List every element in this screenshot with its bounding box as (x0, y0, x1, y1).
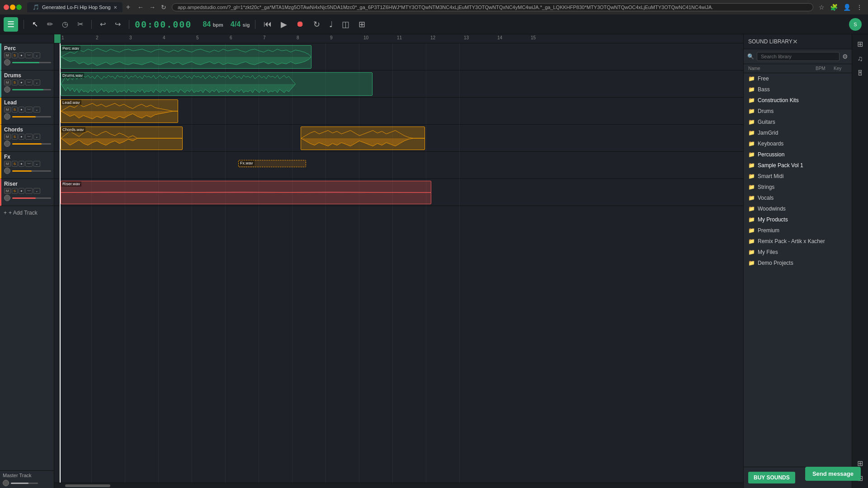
automation-btn-chords[interactable]: 〰 (25, 134, 33, 140)
library-item-10[interactable]: 📁 Strings (744, 182, 852, 192)
select-tool-button[interactable]: ↖ (29, 18, 41, 30)
library-item-6[interactable]: 📁 Keyboards (744, 138, 852, 149)
track-row-riser[interactable]: Riser.wav (54, 179, 743, 206)
sidebar-icon-2[interactable]: ♫ (856, 53, 865, 65)
redo-button[interactable]: ↪ (112, 18, 123, 30)
volume-slider-perc[interactable] (12, 62, 51, 63)
play-button[interactable]: ▶ (278, 18, 290, 31)
mute-btn-riser[interactable]: M (4, 188, 11, 194)
horizontal-scrollbar[interactable] (54, 483, 743, 488)
solo-btn-riser[interactable]: S (12, 188, 18, 194)
volume-slider-lead[interactable] (12, 116, 51, 117)
pencil-tool-button[interactable]: ✏ (44, 18, 56, 30)
library-item-16[interactable]: 📁 My Files (744, 247, 852, 258)
track-row-chords[interactable]: Chords.wav (54, 125, 743, 152)
clip-chords-2[interactable] (301, 127, 425, 150)
account-icon[interactable]: S (846, 16, 864, 33)
extra-btn-1[interactable]: ◫ (339, 18, 352, 31)
track-row-fx[interactable]: Fx.wav (54, 152, 743, 179)
automation-btn-riser[interactable]: 〰 (25, 188, 33, 194)
library-item-12[interactable]: 📁 Woodwinds (744, 203, 852, 214)
volume-knob-lead[interactable] (4, 113, 10, 120)
empty-track-area[interactable] (54, 206, 743, 483)
collapse-btn-drums[interactable]: ⌄ (33, 80, 40, 85)
mute-btn-lead[interactable]: M (4, 107, 11, 113)
collapse-btn-chords[interactable]: ⌄ (33, 134, 40, 140)
url-bar[interactable]: app.ampedstudio.com/?_gl=1*zkt20c*_ga*MT… (172, 3, 813, 11)
track-row-perc[interactable]: Perc.wav (54, 43, 743, 70)
volume-slider-fx[interactable] (12, 170, 51, 172)
record-arm-btn-fx[interactable]: ● (19, 161, 24, 167)
browser-tab-active[interactable]: 🎵 Generated Lo-Fi Hip Hop Song ✕ (27, 2, 123, 12)
library-item-15[interactable]: 📁 Remix Pack - Artik x Kacher (744, 236, 852, 247)
track-row-lead[interactable]: Lead.wav (54, 98, 743, 125)
record-arm-btn-chords[interactable]: ● (19, 134, 24, 140)
mute-btn-chords[interactable]: M (4, 134, 11, 140)
collapse-btn-perc[interactable]: ⌄ (33, 52, 40, 58)
library-item-5[interactable]: 📁 JamGrid (744, 127, 852, 138)
skip-back-button[interactable]: ⏮ (261, 18, 274, 31)
sidebar-icon-3[interactable]: 🎚 (855, 67, 866, 79)
extension-icon[interactable]: 🧩 (828, 3, 840, 12)
add-track-button[interactable]: + + Add Track (0, 206, 54, 220)
record-arm-btn-drums[interactable]: ● (19, 80, 24, 85)
record-arm-btn-riser[interactable]: ● (19, 188, 24, 194)
mute-btn-fx[interactable]: M (4, 161, 11, 167)
master-volume-knob[interactable] (3, 480, 9, 486)
library-item-8[interactable]: 📁 Sample Pack Vol 1 (744, 160, 852, 171)
record-arm-btn-lead[interactable]: ● (19, 107, 24, 113)
h-scroll-thumb[interactable] (65, 484, 110, 487)
library-filter-button[interactable]: ⚙ (842, 53, 848, 60)
crop-tool-button[interactable]: ◷ (59, 18, 71, 30)
sidebar-icon-1[interactable]: ⊞ (855, 38, 865, 50)
automation-btn-drums[interactable]: 〰 (25, 80, 33, 85)
library-search-input[interactable] (757, 52, 840, 61)
library-item-11[interactable]: 📁 Vocals (744, 192, 852, 203)
reload-button[interactable]: ↻ (159, 3, 168, 12)
buy-sounds-button[interactable]: BUY SOUNDS (748, 472, 795, 483)
bookmark-icon[interactable]: ☆ (817, 3, 826, 12)
library-item-13[interactable]: 📁 My Products (744, 214, 852, 225)
settings-icon[interactable]: ⋮ (854, 3, 864, 12)
track-row-drums[interactable]: Drums.wav (54, 70, 743, 98)
extra-btn-2[interactable]: ⊞ (356, 18, 368, 31)
collapse-btn-fx[interactable]: ⌄ (33, 161, 40, 167)
collapse-btn-riser[interactable]: ⌄ (33, 188, 40, 194)
mute-btn-perc[interactable]: M (4, 52, 11, 58)
record-arm-btn-perc[interactable]: ● (19, 52, 24, 58)
solo-btn-drums[interactable]: S (12, 80, 18, 85)
volume-slider-riser[interactable] (12, 197, 51, 199)
library-item-2[interactable]: 📁 Construction Kits (744, 95, 852, 106)
volume-knob-perc[interactable] (4, 59, 10, 66)
automation-btn-fx[interactable]: 〰 (25, 161, 33, 167)
tracks-content[interactable]: Perc.wav Drums.wav (54, 43, 743, 483)
collapse-btn-lead[interactable]: ⌄ (33, 107, 40, 113)
library-item-14[interactable]: 📁 Premium (744, 225, 852, 236)
solo-btn-lead[interactable]: S (12, 107, 18, 113)
tab-close-btn[interactable]: ✕ (113, 5, 117, 10)
clip-chords-1[interactable]: Chords.wav (61, 127, 183, 150)
library-item-17[interactable]: 📁 Demo Projects (744, 258, 852, 268)
metronome-button[interactable]: ♩ (326, 18, 335, 31)
library-close-button[interactable]: ✕ (793, 38, 798, 45)
menu-button[interactable]: ☰ (4, 17, 18, 32)
solo-btn-fx[interactable]: S (12, 161, 18, 167)
volume-slider-drums[interactable] (12, 89, 51, 90)
record-button[interactable]: ⏺ (293, 18, 307, 31)
volume-knob-drums[interactable] (4, 86, 10, 93)
automation-btn-perc[interactable]: 〰 (25, 52, 33, 58)
automation-btn-lead[interactable]: 〰 (25, 107, 33, 113)
library-item-1[interactable]: 📁 Bass (744, 84, 852, 95)
volume-slider-chords[interactable] (12, 143, 51, 145)
clip-drums[interactable]: Drums.wav (61, 72, 373, 96)
library-item-9[interactable]: 📁 Smart Midi (744, 171, 852, 182)
library-item-7[interactable]: 📁 Percussion (744, 149, 852, 160)
undo-button[interactable]: ↩ (97, 18, 108, 30)
volume-knob-riser[interactable] (4, 195, 10, 201)
profile-icon[interactable]: 👤 (841, 3, 853, 12)
clip-lead[interactable]: Lead.wav (61, 99, 178, 123)
mute-btn-drums[interactable]: M (4, 80, 11, 85)
back-button[interactable]: ← (136, 3, 146, 12)
clip-fx[interactable]: Fx.wav (238, 160, 306, 167)
library-item-4[interactable]: 📁 Guitars (744, 117, 852, 127)
